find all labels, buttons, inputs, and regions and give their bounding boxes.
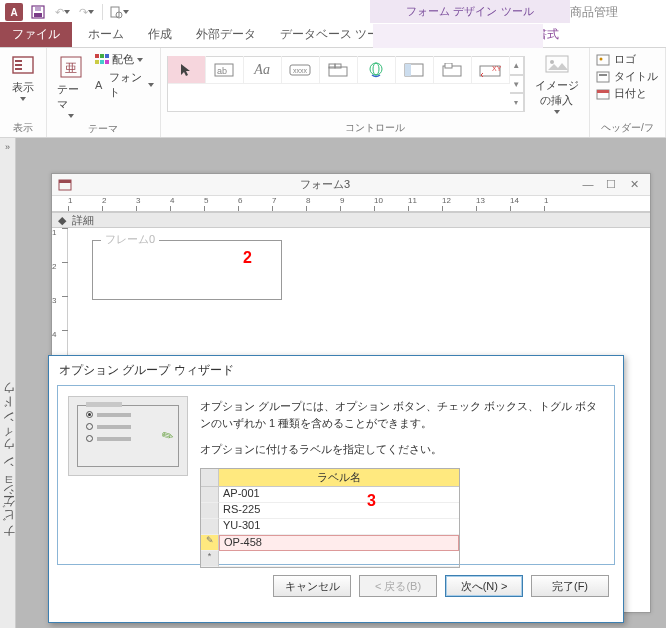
svg-rect-12 xyxy=(100,54,104,58)
gallery-down-icon[interactable]: ▼ xyxy=(510,75,524,94)
group-controls-label: コントロール xyxy=(345,119,405,135)
wizard-intro-2: オプションに付けるラベルを指定してください。 xyxy=(200,441,604,458)
option-group-wizard-dialog: オプション グループ ウィザード ✎ オプション グループには、オプション ボタ… xyxy=(48,355,624,623)
navigation-tool-icon[interactable] xyxy=(396,56,434,84)
svg-rect-35 xyxy=(597,55,609,65)
label-cell[interactable]: AP-001 xyxy=(219,487,459,503)
redo-icon[interactable]: ↷ xyxy=(76,2,96,22)
tab-file[interactable]: ファイル xyxy=(0,22,72,47)
annotation-2: 2 xyxy=(243,249,252,267)
svg-rect-8 xyxy=(15,68,22,70)
group-header-label: ヘッダー/フ xyxy=(601,119,654,135)
tab-create[interactable]: 作成 xyxy=(136,22,184,47)
svg-rect-13 xyxy=(105,54,109,58)
label-cell-editing[interactable]: OP-458 xyxy=(219,535,459,551)
row-selector-new[interactable] xyxy=(201,551,219,567)
gallery-up-icon[interactable]: ▲ xyxy=(510,56,524,75)
grid-header-label: ラベル名 xyxy=(219,469,459,487)
back-button: < 戻る(B) xyxy=(359,575,437,597)
label-tool-icon[interactable]: Aa xyxy=(244,56,282,84)
themes-icon: 亜 xyxy=(58,54,84,80)
minimize-button[interactable]: — xyxy=(578,178,598,190)
svg-rect-7 xyxy=(15,64,22,66)
label-cell[interactable]: YU-301 xyxy=(219,519,459,535)
title-button[interactable]: タイトル xyxy=(596,69,658,84)
colors-button[interactable]: 配色 xyxy=(95,52,154,67)
tab-control-icon[interactable] xyxy=(320,56,358,84)
wizard-title: オプション グループ ウィザード xyxy=(49,356,623,385)
views-button[interactable]: 表示 xyxy=(7,52,39,103)
save-icon[interactable] xyxy=(28,2,48,22)
tab-external[interactable]: 外部データ xyxy=(184,22,268,47)
views-label: 表示 xyxy=(12,80,34,95)
button-tool-icon[interactable]: xxxx xyxy=(282,56,320,84)
svg-rect-42 xyxy=(59,180,71,183)
section-label: 詳細 xyxy=(72,213,94,228)
svg-rect-37 xyxy=(597,72,609,82)
svg-point-34 xyxy=(550,60,554,64)
svg-text:ab: ab xyxy=(217,66,227,76)
row-selector-current[interactable]: ✎ xyxy=(201,535,219,551)
title-icon xyxy=(596,71,610,83)
datetime-button[interactable]: 日付と xyxy=(596,86,658,101)
label-cell-new[interactable] xyxy=(219,551,459,567)
row-selector[interactable] xyxy=(201,519,219,535)
svg-rect-16 xyxy=(105,60,109,64)
form-titlebar: フォーム3 — ☐ ✕ xyxy=(52,174,650,196)
option-button-tool-icon[interactable]: XYZ xyxy=(472,56,510,84)
form-title: フォーム3 xyxy=(72,177,578,192)
logo-icon xyxy=(596,54,610,66)
option-group-frame[interactable]: フレーム0 2 xyxy=(92,240,282,300)
app-title: 商品管理 xyxy=(570,4,618,21)
navigation-pane[interactable]: » ナビゲーション ウィンドウ xyxy=(0,138,16,628)
row-selector[interactable] xyxy=(201,503,219,519)
wizard-preview-image: ✎ xyxy=(68,396,188,476)
svg-point-26 xyxy=(373,63,379,75)
section-bar-detail[interactable]: ◆ 詳細 xyxy=(52,212,650,228)
image-icon xyxy=(544,54,570,76)
themes-button[interactable]: 亜 テーマ xyxy=(53,52,89,120)
svg-point-25 xyxy=(370,63,382,75)
wizard-intro-1: オプション グループには、オプション ボタン、チェック ボックス、トグル ボタン… xyxy=(200,398,604,431)
controls-gallery[interactable]: ab Aa xxxx XYZ ▲ ▼ ▾ xyxy=(167,56,525,112)
textbox-tool-icon[interactable]: ab xyxy=(206,56,244,84)
frame-caption: フレーム0 xyxy=(101,232,159,247)
close-button[interactable]: ✕ xyxy=(624,178,644,191)
hyperlink-tool-icon[interactable] xyxy=(358,56,396,84)
svg-rect-11 xyxy=(95,54,99,58)
insert-image-button[interactable]: イメージ の挿入 xyxy=(531,52,583,116)
label-cell[interactable]: RS-225 xyxy=(219,503,459,519)
svg-rect-1 xyxy=(34,13,42,17)
svg-rect-40 xyxy=(597,90,609,93)
undo-icon[interactable]: ↶ xyxy=(52,2,72,22)
svg-text:XYZ: XYZ xyxy=(492,65,501,72)
option-group-tool-icon[interactable] xyxy=(434,56,472,84)
logo-button[interactable]: ロゴ xyxy=(596,52,658,67)
fonts-button[interactable]: Aフォント xyxy=(95,70,154,100)
maximize-button[interactable]: ☐ xyxy=(601,178,621,191)
svg-rect-38 xyxy=(599,74,607,76)
calendar-icon xyxy=(596,88,610,100)
palette-icon xyxy=(95,54,109,66)
insert-image-label: イメージ の挿入 xyxy=(535,78,579,108)
svg-rect-14 xyxy=(95,60,99,64)
themes-label: テーマ xyxy=(57,82,85,112)
ribbon-tabs: ファイル ホーム 作成 外部データ データベース ツール デザイン 配置 書式 xyxy=(0,24,666,48)
svg-rect-6 xyxy=(15,60,22,62)
gallery-more-icon[interactable]: ▾ xyxy=(510,93,524,112)
expand-navpane-icon[interactable]: » xyxy=(0,138,15,156)
row-selector[interactable] xyxy=(201,487,219,503)
select-tool-icon[interactable] xyxy=(168,56,206,84)
tab-home[interactable]: ホーム xyxy=(76,22,136,47)
svg-point-36 xyxy=(600,57,603,60)
cancel-button[interactable]: キャンセル xyxy=(273,575,351,597)
svg-text:xxxx: xxxx xyxy=(293,67,308,74)
svg-text:A: A xyxy=(95,79,103,91)
svg-rect-30 xyxy=(445,63,452,68)
ribbon: 表示 表示 亜 テーマ 配色 Aフォント テーマ ab Aa xyxy=(0,48,666,138)
print-preview-icon[interactable] xyxy=(109,2,129,22)
view-icon xyxy=(11,54,35,78)
finish-button[interactable]: 完了(F) xyxy=(531,575,609,597)
next-button[interactable]: 次へ(N) > xyxy=(445,575,523,597)
wizard-labels-grid[interactable]: ラベル名 AP-001 RS-225 YU-301 ✎OP-458 xyxy=(200,468,460,568)
